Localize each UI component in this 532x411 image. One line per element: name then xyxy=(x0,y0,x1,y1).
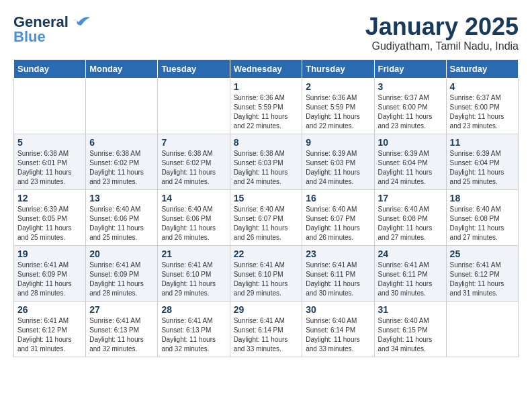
day-number: 8 xyxy=(234,137,299,148)
day-number: 25 xyxy=(450,248,515,259)
day-number: 12 xyxy=(17,193,82,203)
day-info: Sunrise: 6:38 AM Sunset: 6:02 PM Dayligh… xyxy=(89,149,154,187)
day-cell: 30Sunrise: 6:40 AM Sunset: 6:14 PM Dayli… xyxy=(302,301,374,357)
day-cell: 16Sunrise: 6:40 AM Sunset: 6:07 PM Dayli… xyxy=(302,189,374,245)
day-info: Sunrise: 6:40 AM Sunset: 6:14 PM Dayligh… xyxy=(306,316,370,354)
day-info: Sunrise: 6:41 AM Sunset: 6:13 PM Dayligh… xyxy=(89,316,154,354)
day-number: 2 xyxy=(306,81,370,92)
day-number: 24 xyxy=(378,248,443,259)
day-cell: 12Sunrise: 6:39 AM Sunset: 6:05 PM Dayli… xyxy=(14,189,86,245)
day-cell: 25Sunrise: 6:41 AM Sunset: 6:12 PM Dayli… xyxy=(446,245,518,301)
week-row-3: 12Sunrise: 6:39 AM Sunset: 6:05 PM Dayli… xyxy=(14,189,519,245)
column-header-friday: Friday xyxy=(374,59,446,78)
day-cell: 5Sunrise: 6:38 AM Sunset: 6:01 PM Daylig… xyxy=(14,134,86,189)
day-cell: 4Sunrise: 6:37 AM Sunset: 6:00 PM Daylig… xyxy=(446,78,518,134)
day-cell: 7Sunrise: 6:38 AM Sunset: 6:02 PM Daylig… xyxy=(158,134,230,189)
day-cell: 29Sunrise: 6:41 AM Sunset: 6:14 PM Dayli… xyxy=(230,301,302,357)
day-cell: 11Sunrise: 6:39 AM Sunset: 6:04 PM Dayli… xyxy=(446,134,518,189)
day-info: Sunrise: 6:41 AM Sunset: 6:12 PM Dayligh… xyxy=(450,261,515,298)
calendar-table: SundayMondayTuesdayWednesdayThursdayFrid… xyxy=(13,59,519,357)
day-info: Sunrise: 6:40 AM Sunset: 6:08 PM Dayligh… xyxy=(450,205,515,242)
day-number: 30 xyxy=(306,304,370,315)
day-number: 11 xyxy=(450,137,515,148)
day-info: Sunrise: 6:36 AM Sunset: 5:59 PM Dayligh… xyxy=(306,93,370,131)
day-number: 3 xyxy=(378,81,443,92)
location-subtitle: Gudiyatham, Tamil Nadu, India xyxy=(365,40,519,52)
logo-blue: Blue xyxy=(13,28,46,46)
day-info: Sunrise: 6:39 AM Sunset: 6:05 PM Dayligh… xyxy=(17,205,82,242)
week-row-5: 26Sunrise: 6:41 AM Sunset: 6:12 PM Dayli… xyxy=(14,301,519,357)
day-info: Sunrise: 6:41 AM Sunset: 6:09 PM Dayligh… xyxy=(89,261,154,298)
week-row-1: 1Sunrise: 6:36 AM Sunset: 5:59 PM Daylig… xyxy=(14,78,519,134)
day-number: 6 xyxy=(89,137,154,148)
week-row-2: 5Sunrise: 6:38 AM Sunset: 6:01 PM Daylig… xyxy=(14,134,519,189)
title-block: January 2025 Gudiyatham, Tamil Nadu, Ind… xyxy=(365,13,519,52)
day-cell: 1Sunrise: 6:36 AM Sunset: 5:59 PM Daylig… xyxy=(230,78,302,134)
logo-bird-icon xyxy=(72,14,91,29)
day-info: Sunrise: 6:41 AM Sunset: 6:11 PM Dayligh… xyxy=(378,261,443,298)
day-number: 31 xyxy=(378,304,443,315)
day-cell xyxy=(86,78,158,134)
day-info: Sunrise: 6:41 AM Sunset: 6:14 PM Dayligh… xyxy=(234,316,299,354)
day-cell: 3Sunrise: 6:37 AM Sunset: 6:00 PM Daylig… xyxy=(374,78,446,134)
day-cell: 26Sunrise: 6:41 AM Sunset: 6:12 PM Dayli… xyxy=(14,301,86,357)
day-cell: 27Sunrise: 6:41 AM Sunset: 6:13 PM Dayli… xyxy=(86,301,158,357)
day-info: Sunrise: 6:39 AM Sunset: 6:03 PM Dayligh… xyxy=(306,149,370,187)
day-info: Sunrise: 6:36 AM Sunset: 5:59 PM Dayligh… xyxy=(234,93,299,131)
day-cell: 14Sunrise: 6:40 AM Sunset: 6:06 PM Dayli… xyxy=(158,189,230,245)
day-info: Sunrise: 6:38 AM Sunset: 6:02 PM Dayligh… xyxy=(161,149,226,187)
column-header-monday: Monday xyxy=(86,59,158,78)
day-number: 4 xyxy=(450,81,515,92)
day-cell: 20Sunrise: 6:41 AM Sunset: 6:09 PM Dayli… xyxy=(86,245,158,301)
day-cell: 6Sunrise: 6:38 AM Sunset: 6:02 PM Daylig… xyxy=(86,134,158,189)
header: General Blue January 2025 Gudiyatham, Ta… xyxy=(13,13,519,52)
day-cell: 17Sunrise: 6:40 AM Sunset: 6:08 PM Dayli… xyxy=(374,189,446,245)
day-info: Sunrise: 6:39 AM Sunset: 6:04 PM Dayligh… xyxy=(378,149,443,187)
day-info: Sunrise: 6:40 AM Sunset: 6:06 PM Dayligh… xyxy=(161,205,226,242)
day-info: Sunrise: 6:41 AM Sunset: 6:11 PM Dayligh… xyxy=(306,261,370,298)
day-cell: 9Sunrise: 6:39 AM Sunset: 6:03 PM Daylig… xyxy=(302,134,374,189)
column-header-saturday: Saturday xyxy=(446,59,518,78)
day-cell: 18Sunrise: 6:40 AM Sunset: 6:08 PM Dayli… xyxy=(446,189,518,245)
day-cell: 24Sunrise: 6:41 AM Sunset: 6:11 PM Dayli… xyxy=(374,245,446,301)
day-cell: 13Sunrise: 6:40 AM Sunset: 6:06 PM Dayli… xyxy=(86,189,158,245)
day-cell xyxy=(446,301,518,357)
day-info: Sunrise: 6:41 AM Sunset: 6:10 PM Dayligh… xyxy=(234,261,299,298)
day-cell xyxy=(158,78,230,134)
day-number: 13 xyxy=(89,193,154,203)
day-number: 1 xyxy=(234,81,299,92)
day-number: 22 xyxy=(234,248,299,259)
column-header-tuesday: Tuesday xyxy=(158,59,230,78)
day-info: Sunrise: 6:38 AM Sunset: 6:01 PM Dayligh… xyxy=(17,149,82,187)
day-number: 14 xyxy=(161,193,226,203)
day-number: 18 xyxy=(450,193,515,203)
day-info: Sunrise: 6:40 AM Sunset: 6:07 PM Dayligh… xyxy=(306,205,370,242)
logo: General Blue xyxy=(13,13,91,46)
day-info: Sunrise: 6:38 AM Sunset: 6:03 PM Dayligh… xyxy=(234,149,299,187)
day-info: Sunrise: 6:41 AM Sunset: 6:13 PM Dayligh… xyxy=(161,316,226,354)
day-cell: 28Sunrise: 6:41 AM Sunset: 6:13 PM Dayli… xyxy=(158,301,230,357)
day-cell: 15Sunrise: 6:40 AM Sunset: 6:07 PM Dayli… xyxy=(230,189,302,245)
day-number: 16 xyxy=(306,193,370,203)
day-info: Sunrise: 6:40 AM Sunset: 6:08 PM Dayligh… xyxy=(378,205,443,242)
column-header-thursday: Thursday xyxy=(302,59,374,78)
day-number: 26 xyxy=(17,304,82,315)
day-cell: 2Sunrise: 6:36 AM Sunset: 5:59 PM Daylig… xyxy=(302,78,374,134)
day-number: 17 xyxy=(378,193,443,203)
day-number: 20 xyxy=(89,248,154,259)
day-info: Sunrise: 6:41 AM Sunset: 6:10 PM Dayligh… xyxy=(161,261,226,298)
day-number: 23 xyxy=(306,248,370,259)
day-number: 28 xyxy=(161,304,226,315)
day-cell xyxy=(14,78,86,134)
day-number: 5 xyxy=(17,137,82,148)
day-number: 29 xyxy=(234,304,299,315)
day-cell: 21Sunrise: 6:41 AM Sunset: 6:10 PM Dayli… xyxy=(158,245,230,301)
day-info: Sunrise: 6:40 AM Sunset: 6:15 PM Dayligh… xyxy=(378,316,443,354)
day-info: Sunrise: 6:41 AM Sunset: 6:09 PM Dayligh… xyxy=(17,261,82,298)
day-number: 19 xyxy=(17,248,82,259)
day-cell: 23Sunrise: 6:41 AM Sunset: 6:11 PM Dayli… xyxy=(302,245,374,301)
day-number: 7 xyxy=(161,137,226,148)
day-cell: 8Sunrise: 6:38 AM Sunset: 6:03 PM Daylig… xyxy=(230,134,302,189)
day-cell: 10Sunrise: 6:39 AM Sunset: 6:04 PM Dayli… xyxy=(374,134,446,189)
header-row: SundayMondayTuesdayWednesdayThursdayFrid… xyxy=(14,59,519,78)
